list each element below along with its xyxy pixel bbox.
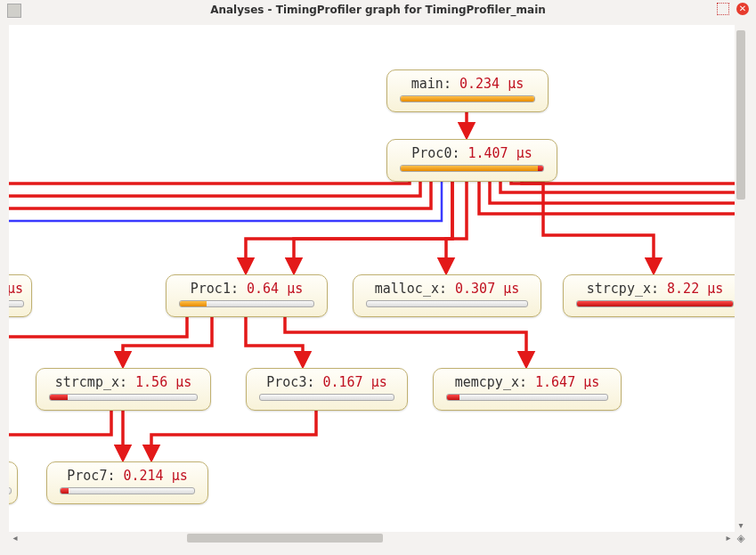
node-bar	[179, 300, 314, 307]
node-fragment-left2[interactable]	[9, 461, 18, 504]
graph-canvas[interactable]: main: 0.234 µs Proc0: 1.407 µs µs	[9, 25, 735, 532]
node-bar	[400, 95, 535, 102]
node-time-value: 0.64 µs	[247, 281, 303, 297]
node-memcpy-x[interactable]: memcpy_x: 1.647 µs	[433, 368, 622, 411]
node-bar	[366, 300, 528, 307]
node-func-name: strcmp_x	[55, 374, 119, 390]
node-bar	[259, 394, 394, 401]
close-icon[interactable]: ✕	[736, 3, 749, 15]
node-label: strcmp_x: 1.56 µs	[49, 374, 198, 390]
node-proc7[interactable]: Proc7: 0.214 µs	[46, 461, 208, 504]
window-title: Analyses - TimingProfiler graph for Timi…	[210, 4, 546, 16]
node-label: Proc3: 0.167 µs	[259, 374, 394, 390]
node-time-value: 1.56 µs	[135, 374, 191, 390]
scroll-left-icon[interactable]: ◂	[9, 532, 21, 544]
vertical-scrollbar[interactable]: ▾	[735, 25, 747, 532]
node-proc3[interactable]: Proc3: 0.167 µs	[246, 368, 408, 411]
node-func-name: main	[411, 76, 443, 92]
node-func-name: malloc_x	[375, 281, 439, 297]
node-bar	[576, 300, 734, 307]
node-strcpy-x[interactable]: strcpy_x: 8.22 µs	[563, 274, 735, 317]
node-label: Proc0: 1.407 µs	[400, 145, 544, 161]
node-time-value: 0.307 µs	[455, 281, 519, 297]
node-func-name: memcpy_x	[455, 374, 519, 390]
node-func-name: Proc0	[411, 145, 451, 161]
scrollbar-thumb[interactable]	[736, 30, 745, 200]
node-time-value: 8.22 µs	[667, 281, 723, 297]
node-main[interactable]: main: 0.234 µs	[386, 69, 549, 112]
node-time-value: 1.647 µs	[535, 374, 599, 390]
node-time-value: 0.167 µs	[322, 374, 386, 390]
node-label: strcpy_x: 8.22 µs	[576, 281, 734, 297]
node-bar	[9, 300, 24, 307]
node-time-value: 0.234 µs	[459, 76, 524, 92]
node-label: memcpy_x: 1.647 µs	[446, 374, 608, 390]
horizontal-scrollbar[interactable]: ◂ ▸	[9, 532, 735, 544]
node-malloc-x[interactable]: malloc_x: 0.307 µs	[353, 274, 541, 317]
resize-grip-icon[interactable]: ◈	[735, 532, 747, 544]
node-func-name: Proc3	[266, 374, 306, 390]
node-proc1[interactable]: Proc1: 0.64 µs	[166, 274, 328, 317]
node-time-value: µs	[9, 281, 23, 297]
node-label: main: 0.234 µs	[400, 76, 535, 92]
title-bar: Analyses - TimingProfiler graph for Timi…	[0, 0, 756, 20]
node-label: malloc_x: 0.307 µs	[366, 281, 528, 297]
node-strcmp-x[interactable]: strcmp_x: 1.56 µs	[36, 368, 211, 411]
node-time-value: 0.214 µs	[123, 468, 187, 484]
node-bar	[9, 487, 12, 494]
graph-viewport: main: 0.234 µs Proc0: 1.407 µs µs	[9, 25, 747, 544]
node-fragment-us[interactable]: µs	[9, 274, 32, 317]
node-bar	[400, 165, 544, 172]
node-label	[9, 468, 12, 484]
node-label: Proc1: 0.64 µs	[179, 281, 314, 297]
scrollbar-thumb[interactable]	[187, 534, 383, 543]
node-func-name: Proc7	[67, 468, 107, 484]
node-time-value: 1.407 µs	[467, 145, 532, 161]
node-func-name: Proc1	[191, 281, 231, 297]
app-icon	[7, 4, 21, 18]
node-bar	[49, 394, 198, 401]
node-bar	[60, 487, 195, 494]
scroll-right-icon[interactable]: ▸	[722, 532, 735, 544]
scroll-down-icon[interactable]: ▾	[735, 519, 747, 532]
node-proc0[interactable]: Proc0: 1.407 µs	[386, 139, 557, 182]
node-label: Proc7: 0.214 µs	[60, 468, 195, 484]
node-func-name: strcpy_x	[587, 281, 651, 297]
node-label: µs	[9, 281, 24, 297]
maximize-icon[interactable]	[717, 3, 729, 15]
node-bar	[446, 394, 608, 401]
